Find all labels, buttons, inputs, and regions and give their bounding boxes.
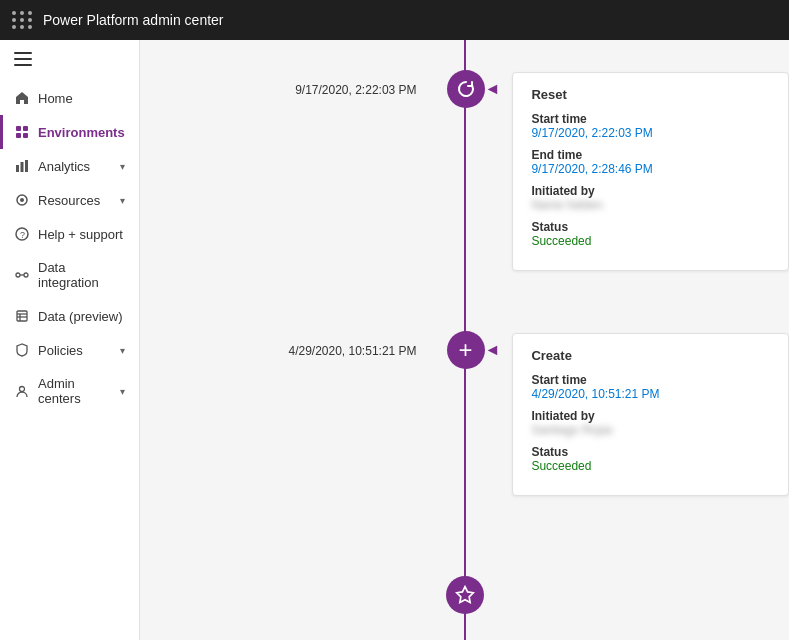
svg-rect-1 [14, 58, 32, 60]
admin-icon [14, 383, 30, 399]
reset-card-container: Reset Start time 9/17/2020, 2:22:03 PM E… [504, 70, 789, 271]
create-card-container: Create Start time 4/29/2020, 10:51:21 PM… [504, 331, 789, 496]
reset-arrow: ◄ [485, 80, 501, 98]
star-circle[interactable] [446, 576, 484, 614]
reset-end-label: End time [531, 148, 770, 162]
reset-end-value[interactable]: 9/17/2020, 2:28:46 PM [531, 162, 770, 176]
sidebar-item-home[interactable]: Home [0, 81, 139, 115]
event-datetime-left: 9/17/2020, 2:22:03 PM [140, 70, 447, 97]
timeline-event-reset: 9/17/2020, 2:22:03 PM ◄ [140, 70, 789, 271]
reset-circle-container [447, 70, 485, 116]
sidebar-item-resources[interactable]: Resources ▾ [0, 183, 139, 217]
svg-rect-5 [16, 133, 21, 138]
reset-initiated-value: Name hidden [531, 198, 770, 212]
svg-rect-3 [16, 126, 21, 131]
svg-text:?: ? [20, 230, 25, 240]
svg-rect-0 [14, 52, 32, 54]
grid-dots-icon [12, 11, 33, 29]
reset-status-field: Status Succeeded [531, 220, 770, 248]
svg-rect-7 [16, 165, 19, 172]
create-start-time-field: Start time 4/29/2020, 10:51:21 PM [531, 373, 770, 401]
create-status-value: Succeeded [531, 459, 770, 473]
app-title: Power Platform admin center [43, 12, 224, 28]
environments-icon [14, 124, 30, 140]
reset-start-time-field: Start time 9/17/2020, 2:22:03 PM [531, 112, 770, 140]
svg-marker-22 [456, 587, 473, 603]
reset-initiated-label: Initiated by [531, 184, 770, 198]
create-status-field: Status Succeeded [531, 445, 770, 473]
create-initiated-value: Santiago Rojas [531, 423, 770, 437]
sidebar-item-policies[interactable]: Policies ▾ [0, 333, 139, 367]
sidebar-item-environments[interactable]: Environments [0, 115, 139, 149]
resources-chevron-icon: ▾ [120, 195, 125, 206]
svg-point-11 [20, 198, 24, 202]
resources-icon [14, 192, 30, 208]
sidebar-item-admin-centers[interactable]: Admin centers ▾ [0, 367, 139, 415]
svg-rect-9 [25, 160, 28, 172]
create-start-label: Start time [531, 373, 770, 387]
sidebar-item-data-preview[interactable]: Data (preview) [0, 299, 139, 333]
svg-rect-4 [23, 126, 28, 131]
timeline-event-create: 4/29/2020, 10:51:21 PM + ◄ Create Start … [140, 331, 789, 496]
analytics-chevron-icon: ▾ [120, 161, 125, 172]
reset-card-title: Reset [531, 87, 770, 102]
main-content: 9/17/2020, 2:22:03 PM ◄ [140, 40, 789, 640]
create-circle-container: + [447, 331, 485, 369]
home-icon [14, 90, 30, 106]
reset-start-label: Start time [531, 112, 770, 126]
reset-end-time-field: End time 9/17/2020, 2:28:46 PM [531, 148, 770, 176]
hamburger-button[interactable] [0, 40, 139, 81]
sidebar-item-data-integration[interactable]: Data integration [0, 251, 139, 299]
reset-datetime: 9/17/2020, 2:22:03 PM [295, 83, 416, 97]
svg-rect-6 [23, 133, 28, 138]
svg-rect-17 [17, 311, 27, 321]
admin-chevron-icon: ▾ [120, 386, 125, 397]
analytics-icon [14, 158, 30, 174]
create-start-value[interactable]: 4/29/2020, 10:51:21 PM [531, 387, 770, 401]
sidebar: Home Environments Analytics ▾ Resources … [0, 40, 140, 640]
policies-chevron-icon: ▾ [120, 345, 125, 356]
create-datetime: 4/29/2020, 10:51:21 PM [288, 344, 416, 358]
create-card-title: Create [531, 348, 770, 363]
reset-circle[interactable] [447, 70, 485, 108]
reset-start-value[interactable]: 9/17/2020, 2:22:03 PM [531, 126, 770, 140]
sidebar-item-help-support[interactable]: ? Help + support [0, 217, 139, 251]
create-initiated-field: Initiated by Santiago Rojas [531, 409, 770, 437]
reset-initiated-field: Initiated by Name hidden [531, 184, 770, 212]
create-arrow: ◄ [485, 341, 501, 359]
svg-point-14 [16, 273, 20, 277]
create-card: Create Start time 4/29/2020, 10:51:21 PM… [512, 333, 789, 496]
timeline: 9/17/2020, 2:22:03 PM ◄ [140, 40, 789, 640]
create-circle[interactable]: + [447, 331, 485, 369]
reset-status-value: Succeeded [531, 234, 770, 248]
topbar: Power Platform admin center [0, 0, 789, 40]
help-icon: ? [14, 226, 30, 242]
svg-point-15 [24, 273, 28, 277]
policies-icon [14, 342, 30, 358]
svg-point-21 [20, 387, 25, 392]
timeline-event-star [446, 576, 484, 614]
svg-rect-8 [21, 162, 24, 172]
svg-rect-2 [14, 64, 32, 66]
data-preview-icon [14, 308, 30, 324]
data-integration-icon [14, 267, 30, 283]
reset-status-label: Status [531, 220, 770, 234]
create-initiated-label: Initiated by [531, 409, 770, 423]
reset-card: Reset Start time 9/17/2020, 2:22:03 PM E… [512, 72, 789, 271]
create-datetime-left: 4/29/2020, 10:51:21 PM [140, 331, 447, 358]
create-status-label: Status [531, 445, 770, 459]
sidebar-item-analytics[interactable]: Analytics ▾ [0, 149, 139, 183]
